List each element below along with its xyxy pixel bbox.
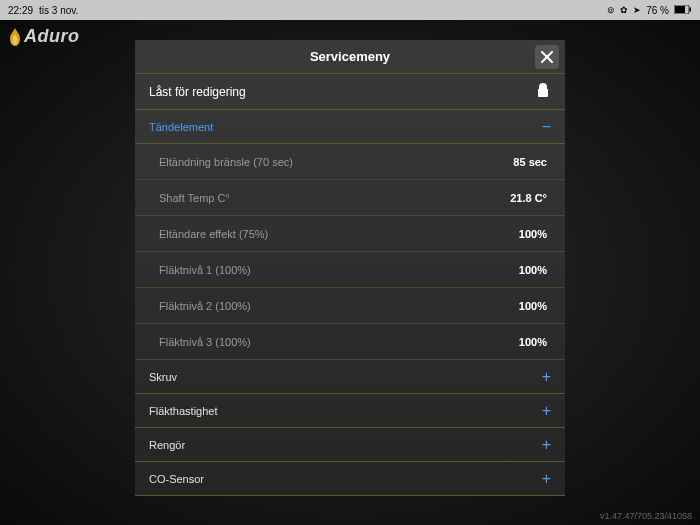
section-rengor[interactable]: Rengör + <box>135 428 565 462</box>
sync-icon: ✿ <box>620 5 628 15</box>
brand-logo: Aduro <box>8 26 80 47</box>
param-value: 21.8 C° <box>510 192 547 204</box>
param-value: 100% <box>519 300 547 312</box>
section-tandelement[interactable]: Tändelement − <box>135 110 565 144</box>
param-label: Shaft Temp C° <box>159 192 230 204</box>
param-value: 100% <box>519 264 547 276</box>
location-icon: ➤ <box>633 5 641 15</box>
section-title: CO-Sensor <box>149 473 204 485</box>
svg-rect-1 <box>675 6 685 13</box>
section-flakthastighet[interactable]: Fläkthastighet + <box>135 394 565 428</box>
lock-icon <box>535 82 551 102</box>
brand-name: Aduro <box>24 26 80 47</box>
close-button[interactable] <box>535 45 559 69</box>
panel-title: Servicemeny <box>310 49 390 64</box>
wifi-icon: ⊚ <box>607 5 615 15</box>
param-label: Fläktnivå 2 (100%) <box>159 300 251 312</box>
expand-icon: + <box>542 402 551 420</box>
expand-icon: + <box>542 470 551 488</box>
param-label: Fläktnivå 1 (100%) <box>159 264 251 276</box>
collapse-icon: − <box>542 118 551 136</box>
service-menu-panel: Servicemeny Låst för redigering Tändelem… <box>135 40 565 496</box>
flame-icon <box>8 28 22 46</box>
section-title: Tändelement <box>149 121 213 133</box>
param-row[interactable]: Shaft Temp C° 21.8 C° <box>135 180 565 216</box>
param-row[interactable]: Eltändning bränsle (70 sec) 85 sec <box>135 144 565 180</box>
param-value: 85 sec <box>513 156 547 168</box>
lock-row[interactable]: Låst för redigering <box>135 74 565 110</box>
status-time: 22:29 <box>8 5 33 16</box>
status-date: tis 3 nov. <box>39 5 78 16</box>
param-value: 100% <box>519 336 547 348</box>
app-body: Aduro Servicemeny Låst för redigering Tä… <box>0 20 700 525</box>
param-row[interactable]: Fläktnivå 2 (100%) 100% <box>135 288 565 324</box>
param-label: Eltändning bränsle (70 sec) <box>159 156 293 168</box>
section-cosensor[interactable]: CO-Sensor + <box>135 462 565 496</box>
battery-percent: 76 % <box>646 5 669 16</box>
close-icon <box>541 51 553 63</box>
version-label: v1.47.47/705.23/41058 <box>600 511 692 521</box>
param-label: Fläktnivå 3 (100%) <box>159 336 251 348</box>
battery-icon <box>674 5 692 16</box>
param-row[interactable]: Eltändare effekt (75%) 100% <box>135 216 565 252</box>
status-bar: 22:29 tis 3 nov. ⊚ ✿ ➤ 76 % <box>0 0 700 20</box>
param-row[interactable]: Fläktnivå 1 (100%) 100% <box>135 252 565 288</box>
panel-header: Servicemeny <box>135 40 565 74</box>
param-row[interactable]: Fläktnivå 3 (100%) 100% <box>135 324 565 360</box>
expand-icon: + <box>542 368 551 386</box>
expand-icon: + <box>542 436 551 454</box>
param-label: Eltändare effekt (75%) <box>159 228 268 240</box>
svg-rect-2 <box>690 7 692 11</box>
lock-label: Låst för redigering <box>149 85 246 99</box>
param-value: 100% <box>519 228 547 240</box>
section-title: Fläkthastighet <box>149 405 217 417</box>
section-skruv[interactable]: Skruv + <box>135 360 565 394</box>
section-title: Skruv <box>149 371 177 383</box>
section-title: Rengör <box>149 439 185 451</box>
